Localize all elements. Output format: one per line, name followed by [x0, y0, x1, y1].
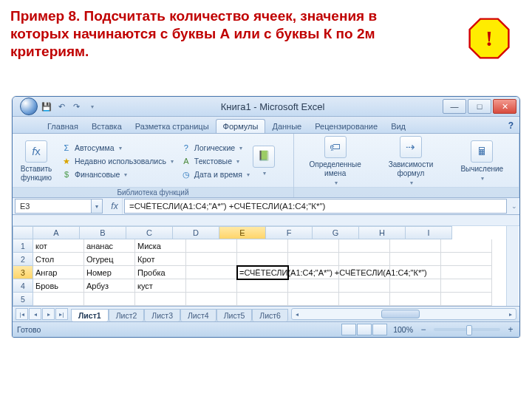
row-header[interactable]: 4 — [13, 279, 33, 293]
name-box-dropdown[interactable]: ▾ — [92, 199, 103, 214]
cell[interactable]: Номер — [84, 266, 135, 279]
row-header[interactable]: 3 — [13, 266, 33, 279]
fx-button[interactable]: fx — [107, 198, 123, 214]
cell[interactable]: Миска — [135, 239, 186, 253]
cell[interactable] — [339, 293, 390, 306]
cell[interactable]: Стол — [33, 253, 84, 266]
cell[interactable] — [390, 253, 441, 266]
cell[interactable]: Огурец — [84, 253, 135, 266]
save-icon[interactable]: 💾 — [41, 100, 52, 112]
zoom-slider[interactable] — [434, 328, 500, 331]
close-button[interactable]: ✕ — [493, 99, 516, 114]
cell[interactable] — [237, 293, 288, 306]
horizontal-scrollbar[interactable]: ◂ ▸ — [291, 308, 516, 320]
column-header[interactable]: C — [126, 226, 173, 239]
ribbon-tab[interactable]: Формулы — [216, 119, 266, 133]
view-layout-icon[interactable] — [357, 324, 372, 335]
help-icon[interactable]: ? — [508, 120, 514, 133]
column-header[interactable]: F — [266, 226, 313, 239]
ribbon-tab[interactable]: Главная — [41, 120, 85, 133]
view-buttons[interactable] — [341, 324, 387, 335]
ribbon-tab[interactable]: Вставка — [85, 120, 129, 133]
cell[interactable]: Ангар — [33, 266, 84, 279]
cell[interactable] — [339, 279, 390, 293]
cell[interactable] — [339, 239, 390, 253]
cell[interactable]: Бровь — [33, 279, 84, 293]
row-header[interactable]: 5 — [13, 293, 33, 306]
ribbon-tab[interactable]: Рецензирование — [308, 120, 384, 133]
sheet-tab[interactable]: Лист5 — [216, 309, 253, 321]
insert-function-button[interactable]: fx Вставить функцию — [16, 136, 56, 186]
cell[interactable] — [390, 293, 441, 306]
cell[interactable] — [441, 279, 492, 293]
name-box[interactable]: E3 — [15, 199, 92, 214]
cell[interactable] — [288, 279, 339, 293]
cell[interactable] — [186, 266, 237, 279]
cell[interactable]: ананас — [84, 239, 135, 253]
cell[interactable] — [288, 253, 339, 266]
column-header[interactable]: B — [80, 226, 126, 239]
datetime-button[interactable]: ◷Дата и время▾ — [179, 168, 252, 180]
cell[interactable]: Арбуз — [84, 279, 135, 293]
vertical-scrollbar[interactable] — [506, 226, 519, 306]
column-header[interactable]: D — [173, 226, 219, 239]
formula-input[interactable]: =СЧЁТЕСЛИ(A1:C4;"А*") +СЧЁТЕСЛИ(A1:C4;"К… — [124, 199, 507, 214]
hscroll-thumb[interactable] — [381, 310, 420, 318]
cell[interactable]: Крот — [135, 253, 186, 266]
column-header[interactable]: E — [219, 226, 266, 239]
formula-auditing-button[interactable]: ⇢ Зависимости формул▾ — [383, 136, 439, 186]
sheet-nav-first[interactable]: |◂ — [16, 308, 28, 320]
cell[interactable] — [441, 239, 492, 253]
sheet-nav-prev[interactable]: ◂ — [29, 308, 41, 320]
cell[interactable]: кот — [33, 239, 84, 253]
cell[interactable] — [339, 253, 390, 266]
cell[interactable]: =СЧЁТЕСЛИ(A1:C4;"А*") +СЧЁТЕСЛИ(A1:C4;"К… — [237, 266, 288, 279]
cell[interactable] — [441, 266, 492, 279]
column-header[interactable]: H — [359, 226, 406, 239]
zoom-in-button[interactable]: + — [506, 324, 515, 335]
cell[interactable] — [288, 239, 339, 253]
cell[interactable] — [186, 239, 237, 253]
sheet-tab[interactable]: Лист1 — [71, 309, 109, 321]
cell[interactable] — [186, 293, 237, 306]
more-functions-button[interactable]: 📗 ▾ — [255, 136, 273, 186]
cell[interactable] — [237, 279, 288, 293]
cell[interactable] — [441, 293, 492, 306]
zoom-out-button[interactable]: − — [419, 324, 428, 335]
hscroll-left-icon[interactable]: ◂ — [292, 310, 302, 318]
qat-dropdown-icon[interactable]: ▾ — [86, 100, 98, 112]
maximize-button[interactable]: □ — [468, 99, 491, 114]
autosum-button[interactable]: ΣАвтосумма▾ — [59, 142, 176, 154]
cell[interactable] — [237, 253, 288, 266]
text-functions-button[interactable]: AТекстовые▾ — [179, 155, 252, 167]
logical-button[interactable]: ?Логические▾ — [179, 142, 252, 154]
cell[interactable] — [186, 279, 237, 293]
row-header[interactable]: 2 — [13, 253, 33, 266]
view-normal-icon[interactable] — [341, 324, 356, 335]
ribbon-tab[interactable]: Данные — [265, 120, 308, 133]
sheet-tab[interactable]: Лист2 — [109, 309, 145, 321]
hscroll-right-icon[interactable]: ▸ — [505, 310, 516, 318]
minimize-button[interactable]: — — [443, 99, 466, 114]
ribbon-tab[interactable]: Разметка страницы — [129, 120, 216, 133]
cell[interactable] — [390, 239, 441, 253]
calculation-button[interactable]: 🖩 Вычисление▾ — [456, 136, 508, 186]
sheet-tab[interactable]: Лист3 — [144, 309, 180, 321]
view-pagebreak-icon[interactable] — [372, 324, 387, 335]
cell[interactable] — [390, 279, 441, 293]
cell[interactable] — [441, 253, 492, 266]
select-all-corner[interactable] — [13, 226, 33, 239]
zoom-thumb[interactable] — [466, 325, 472, 335]
cell[interactable]: Пробка — [135, 266, 186, 279]
office-button[interactable] — [20, 98, 38, 115]
sheet-nav-last[interactable]: ▸| — [55, 308, 68, 320]
sheet-tab[interactable]: Лист6 — [252, 309, 288, 321]
redo-icon[interactable]: ↷ — [70, 100, 82, 112]
defined-names-button[interactable]: 🏷 Определенные имена▾ — [305, 136, 366, 186]
column-header[interactable]: I — [406, 226, 452, 239]
cell[interactable] — [237, 239, 288, 253]
cell[interactable] — [33, 293, 84, 306]
row-header[interactable]: 1 — [13, 239, 33, 253]
cell[interactable] — [84, 293, 135, 306]
ribbon-tab[interactable]: Вид — [384, 120, 412, 133]
